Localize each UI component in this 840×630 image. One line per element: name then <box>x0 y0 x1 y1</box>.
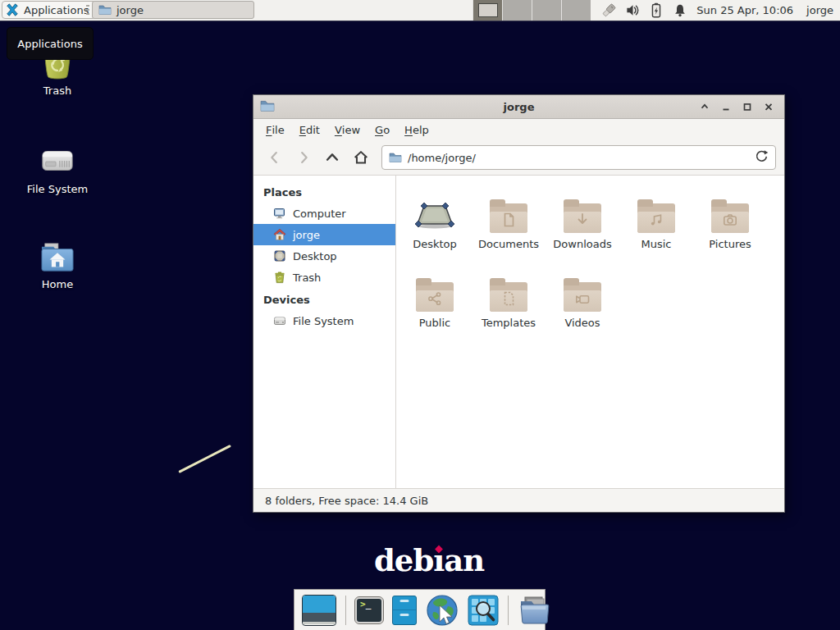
menu-go[interactable]: Go <box>368 119 397 140</box>
battery-charging-icon[interactable] <box>648 2 664 19</box>
folder-icon <box>564 203 601 233</box>
folder-label: Videos <box>564 317 600 329</box>
sidebar-item-label: Desktop <box>293 250 337 262</box>
sidebar-item-label: jorge <box>293 229 320 241</box>
home-button[interactable] <box>348 145 374 170</box>
reload-button[interactable] <box>755 149 769 166</box>
applications-tooltip: Applications <box>7 27 94 60</box>
toolbar: /home/jorge/ <box>253 140 784 176</box>
folder-label: Public <box>419 317 450 329</box>
home-icon <box>273 228 286 241</box>
folder-label: Desktop <box>413 238 457 250</box>
desktop-icon <box>273 249 286 262</box>
panel-right-area: Sun 25 Apr, 10:06 jorge <box>472 0 840 21</box>
volume-icon[interactable] <box>624 2 641 19</box>
back-button[interactable] <box>262 145 288 170</box>
debian-logo: debıan <box>374 543 484 578</box>
dock-show-desktop-button[interactable] <box>302 595 336 626</box>
up-button[interactable] <box>319 145 345 170</box>
dock-separator <box>345 596 346 625</box>
debian-logo-text: deb <box>374 542 433 578</box>
shade-button[interactable] <box>696 98 714 116</box>
menu-view[interactable]: View <box>327 119 368 140</box>
sidebar-item-desktop[interactable]: Desktop <box>253 245 395 267</box>
folder-item-music[interactable]: Music <box>619 189 693 267</box>
folder-icon <box>490 203 527 233</box>
drive-icon <box>273 314 286 327</box>
workspace-2[interactable] <box>502 0 532 21</box>
dock-web-browser-button[interactable] <box>426 594 459 627</box>
close-button[interactable] <box>760 98 778 116</box>
dock-separator <box>508 596 509 625</box>
desktop-icon-label: File System <box>15 183 100 195</box>
menu-edit[interactable]: Edit <box>292 119 327 140</box>
folder-item-downloads[interactable]: Downloads <box>546 189 619 267</box>
address-folder-icon <box>389 151 402 164</box>
application-finder-icon <box>468 595 499 626</box>
folder-item-public[interactable]: Public <box>398 267 472 346</box>
forward-button[interactable] <box>290 145 317 170</box>
hard-drive-icon <box>39 144 76 179</box>
dock-directory-menu-button[interactable] <box>518 595 550 626</box>
folder-icon <box>416 282 454 312</box>
folder-view: Desktop Documents <box>396 176 784 488</box>
dock-terminal-button[interactable]: >_ <box>355 597 383 623</box>
dock-file-manager-button[interactable] <box>392 596 417 625</box>
address-bar[interactable]: /home/jorge/ <box>381 145 776 170</box>
applications-button[interactable]: Applications <box>2 1 96 19</box>
menu-file[interactable]: File <box>258 119 292 140</box>
notifications-bell-icon[interactable] <box>672 2 688 19</box>
folder-item-desktop[interactable]: Desktop <box>398 189 472 267</box>
minimize-button[interactable] <box>717 98 735 116</box>
sidebar-item-label: Trash <box>293 272 321 284</box>
top-panel: Applications jorge <box>0 0 840 21</box>
user-menu[interactable]: jorge <box>806 4 833 16</box>
address-text[interactable]: /home/jorge/ <box>408 152 749 164</box>
workspace-switcher <box>472 0 591 21</box>
dock-application-finder-button[interactable] <box>468 595 499 626</box>
bottom-dock: >_ <box>294 589 546 630</box>
document-glyph <box>500 212 517 228</box>
folder-item-templates[interactable]: Templates <box>472 267 546 346</box>
status-text: 8 folders, Free space: 14.4 GiB <box>265 495 428 507</box>
workspace-3[interactable] <box>532 0 561 21</box>
sidebar-item-file-system[interactable]: File System <box>253 310 395 331</box>
desktop-icon-file-system[interactable]: File System <box>15 144 100 195</box>
workspace-4[interactable] <box>561 0 591 21</box>
panel-handle[interactable] <box>86 5 89 16</box>
folder-label: Pictures <box>709 238 751 250</box>
maximize-button[interactable] <box>738 98 756 116</box>
folder-item-documents[interactable]: Documents <box>472 189 546 267</box>
taskbar-window-button[interactable]: jorge <box>92 1 254 19</box>
sidebar-item-label: Computer <box>293 208 346 220</box>
video-camera-glyph <box>574 290 591 307</box>
desktop-icon-home[interactable]: Home <box>15 241 100 290</box>
file-cabinet-icon <box>392 596 417 625</box>
share-glyph <box>427 290 443 307</box>
folder-label: Documents <box>478 238 539 250</box>
download-arrow-glyph <box>574 212 591 228</box>
window-controls <box>696 98 784 116</box>
computer-icon <box>273 207 286 220</box>
mouse-cursor-artifact <box>178 445 231 473</box>
folder-item-pictures[interactable]: Pictures <box>693 189 767 267</box>
titlebar[interactable]: jorge <box>253 95 784 119</box>
sidebar-header-devices: Devices <box>253 288 395 310</box>
workspace-1[interactable] <box>472 0 502 21</box>
statusbar: 8 folders, Free space: 14.4 GiB <box>253 488 784 512</box>
sidebar-item-jorge[interactable]: jorge <box>253 224 395 245</box>
sidebar-item-computer[interactable]: Computer <box>253 203 395 224</box>
folder-item-videos[interactable]: Videos <box>546 267 619 346</box>
folder-icon <box>490 282 527 312</box>
show-desktop-icon <box>302 595 336 626</box>
sidebar-item-trash[interactable]: Trash <box>253 267 395 288</box>
menu-help[interactable]: Help <box>397 119 436 140</box>
workspace-window-thumb <box>478 3 498 17</box>
removable-media-icon[interactable] <box>600 2 617 19</box>
trash-icon <box>273 271 286 284</box>
folder-icon <box>564 282 601 312</box>
clock[interactable]: Sun 25 Apr, 10:06 <box>696 4 793 16</box>
menubar: File Edit View Go Help <box>253 119 784 140</box>
window-folder-icon <box>260 98 275 116</box>
taskbar-window-label: jorge <box>116 4 144 16</box>
